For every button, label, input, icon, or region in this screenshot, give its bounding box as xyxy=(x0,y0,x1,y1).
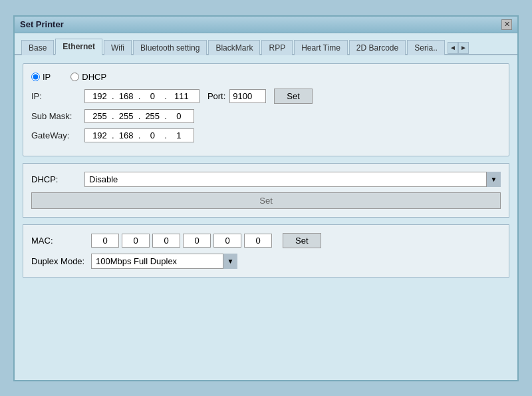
gateway-octet-2[interactable] xyxy=(116,130,137,140)
duplex-select-wrap: 10Mbps Half Duplex 10Mbps Full Duplex 10… xyxy=(91,254,237,269)
duplex-row: Duplex Mode: 10Mbps Half Duplex 10Mbps F… xyxy=(31,254,501,269)
tabs-row: Base Ethernet Wifi Bluetooth setting Bla… xyxy=(15,33,517,55)
mac-row: MAC: Set xyxy=(31,233,501,248)
dhcp-section: DHCP: Disable Enable ▼ Set xyxy=(23,163,509,218)
ip-row: IP: . . . Port: Set xyxy=(31,89,501,104)
submask-row: Sub Mask: . . . xyxy=(31,109,501,123)
ip-octet-3[interactable] xyxy=(142,91,163,101)
mac-field-1[interactable] xyxy=(91,234,119,248)
tab-bluetooth-setting[interactable]: Bluetooth setting xyxy=(133,40,207,55)
title-bar: Set Printer ✕ xyxy=(15,17,517,33)
tab-2d-barcode[interactable]: 2D Barcode xyxy=(349,40,406,55)
sm-dot-3: . xyxy=(164,111,167,121)
submask-label: Sub Mask: xyxy=(31,111,84,121)
port-input[interactable] xyxy=(229,89,266,103)
mac-field-3[interactable] xyxy=(152,234,180,248)
submask-octet-3[interactable] xyxy=(142,111,163,121)
ip-section: IP DHCP IP: . . . Port xyxy=(23,63,509,156)
duplex-label: Duplex Mode: xyxy=(31,256,91,266)
gateway-field-group: . . . xyxy=(84,128,194,142)
tab-rpp[interactable]: RPP xyxy=(261,40,293,55)
dhcp-label: DHCP: xyxy=(31,174,84,184)
radio-dhcp[interactable] xyxy=(70,73,79,81)
dhcp-set-button[interactable]: Set xyxy=(31,192,501,209)
radio-dhcp-label[interactable]: DHCP xyxy=(70,72,106,82)
tab-content: IP DHCP IP: . . . Port xyxy=(15,55,517,286)
sm-dot-1: . xyxy=(112,111,114,121)
tab-heart-time[interactable]: Heart Time xyxy=(294,40,348,55)
mac-field-2[interactable] xyxy=(122,234,150,248)
set-printer-window: Set Printer ✕ Base Ethernet Wifi Bluetoo… xyxy=(13,15,519,381)
dhcp-row: DHCP: Disable Enable ▼ xyxy=(31,172,501,187)
tab-prev-button[interactable]: ◄ xyxy=(448,42,458,54)
radio-dhcp-text: DHCP xyxy=(82,72,106,82)
mac-field-6[interactable] xyxy=(244,234,272,248)
tab-serial[interactable]: Seria.. xyxy=(407,40,445,55)
tab-nav-buttons: ◄ ► xyxy=(448,42,469,54)
dhcp-select[interactable]: Disable Enable xyxy=(84,172,501,187)
tab-next-button[interactable]: ► xyxy=(458,42,469,54)
mac-section: MAC: Set Duplex Mode: 10Mbps Half Duplex… xyxy=(23,224,509,278)
mac-label: MAC: xyxy=(31,236,91,246)
ip-octet-1[interactable] xyxy=(89,91,110,101)
gateway-label: GateWay: xyxy=(31,130,84,140)
tab-ethernet[interactable]: Ethernet xyxy=(55,39,102,55)
radio-ip-label[interactable]: IP xyxy=(31,72,51,82)
port-label: Port: xyxy=(207,91,225,101)
mac-set-button[interactable]: Set xyxy=(283,233,321,248)
duplex-select[interactable]: 10Mbps Half Duplex 10Mbps Full Duplex 10… xyxy=(91,254,237,269)
sm-dot-2: . xyxy=(138,111,141,121)
submask-octet-4[interactable] xyxy=(168,111,190,121)
window-title: Set Printer xyxy=(20,19,64,29)
ip-label: IP: xyxy=(31,91,84,101)
radio-ip-text: IP xyxy=(43,72,51,82)
tab-blackmark[interactable]: BlackMark xyxy=(208,40,260,55)
mac-field-4[interactable] xyxy=(183,234,211,248)
ip-field-group: . . . xyxy=(84,89,200,103)
ip-octet-4[interactable] xyxy=(168,91,195,101)
mac-field-5[interactable] xyxy=(213,234,241,248)
radio-row: IP DHCP xyxy=(31,72,501,82)
submask-field-group: . . . xyxy=(84,109,194,123)
gw-dot-3: . xyxy=(164,130,167,140)
submask-octet-2[interactable] xyxy=(116,111,137,121)
gateway-octet-1[interactable] xyxy=(89,130,110,140)
tab-base[interactable]: Base xyxy=(21,40,54,55)
gateway-octet-4[interactable] xyxy=(168,130,190,140)
gw-dot-2: . xyxy=(138,130,141,140)
gateway-row: GateWay: . . . xyxy=(31,128,501,142)
tab-wifi[interactable]: Wifi xyxy=(104,40,132,55)
submask-octet-1[interactable] xyxy=(89,111,110,121)
gateway-octet-3[interactable] xyxy=(142,130,163,140)
ip-set-button[interactable]: Set xyxy=(274,89,313,104)
gw-dot-1: . xyxy=(112,130,114,140)
ip-dot-2: . xyxy=(138,91,141,101)
dhcp-select-wrap: Disable Enable ▼ xyxy=(84,172,501,187)
close-button[interactable]: ✕ xyxy=(501,19,512,30)
ip-dot-3: . xyxy=(164,91,167,101)
ip-octet-2[interactable] xyxy=(116,91,137,101)
ip-dot-1: . xyxy=(112,91,114,101)
radio-ip[interactable] xyxy=(31,73,40,81)
